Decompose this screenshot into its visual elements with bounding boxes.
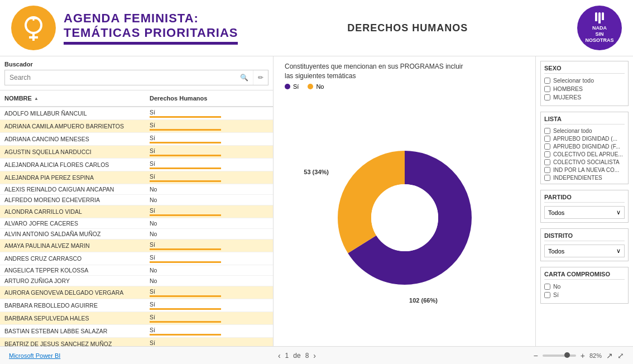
table-row[interactable]: BARBARA REBOLLEDO AGUIRRE Sí [0,299,273,312]
label-lista-4: COLECTIVO SOCIALISTA [553,159,620,165]
row-val: Sí [145,159,273,171]
table-header: NOMBRE ▲ Derechos Humanos [0,90,273,107]
filter-carta-si[interactable]: Sí [544,291,625,298]
main-title: DERECHOS HUMANOS [347,22,468,34]
search-input[interactable] [5,70,236,85]
checkbox-lista-3[interactable] [544,151,550,157]
table-body: ADOLFO MILLABUR ÑANCUIL Sí ADRIANA CAMIL… [0,107,273,346]
table-row[interactable]: ADRIANA CAMILA AMPUERO BARRIENTOS Sí [0,120,273,133]
filter-lista-4[interactable]: COLECTIVO SOCIALISTA [544,159,625,165]
label-sexo-all: Selecionar todo [553,77,594,84]
row-val: Sí [145,252,273,265]
filter-lista-2[interactable]: APRUEBO DIGNIDAD (F... [544,143,625,150]
wave-1 [595,12,597,21]
checkbox-carta-si[interactable] [544,292,550,298]
row-val: Sí [145,312,273,324]
zoom-out-button[interactable]: − [534,351,538,360]
distrito-dropdown[interactable]: Todos ∨ [544,245,625,257]
row-val: No [145,276,273,286]
row-name: AURORA GENOVEVA DELGADO VERGARA [0,288,145,298]
row-val: Sí [145,338,273,346]
powerbi-link[interactable]: Microsoft Power BI [9,352,60,359]
pagination: ‹ 1 de 8 › [278,351,316,360]
donut-label-si: 102 (66%) [409,297,438,304]
table-row[interactable]: ALVIN ANTONIO SALDAÑA MUÑOZ No [0,229,273,240]
table-row[interactable]: ANGELICA TEPPER KOLOSSA No [0,265,273,276]
table-row[interactable]: ALEJANDRA ALICIA FLORES CARLOS Sí [0,159,273,171]
filter-lista-all[interactable]: Selecionar todo [544,128,625,134]
subtitle-line2: las siguientes temáticas [285,72,356,80]
edit-icon[interactable]: ✏ [253,70,268,85]
table-row[interactable]: ALEXIS REINALDO CAIGUAN ANCAPAN No [0,184,273,195]
table-row[interactable]: ALONDRA CARRILLO VIDAL Sí [0,205,273,218]
checkbox-lista-1[interactable] [544,136,550,142]
checkbox-lista-6[interactable] [544,175,550,181]
filter-partido-title: PARTIDO [544,194,625,203]
checkbox-sexo-hombres[interactable] [544,86,550,92]
header-center: DERECHOS HUMANOS [347,22,468,34]
filter-lista-5[interactable]: IND POR LA NUEVA CO... [544,167,625,173]
table-row[interactable]: AGUSTIN SQUELLA NARDUCCI Sí [0,146,273,159]
export-icon[interactable]: ↗ [606,351,613,360]
filter-sexo-all[interactable]: Selecionar todo [544,77,625,84]
table-row[interactable]: ADOLFO MILLABUR ÑANCUIL Sí [0,107,273,120]
filter-lista: LISTA Selecionar todo APRUEBO DIGNIDAD (… [540,112,629,184]
checkbox-lista-all[interactable] [544,128,550,134]
checkbox-sexo-mujeres[interactable] [544,94,550,100]
sort-arrow-icon: ▲ [34,96,39,101]
label-sexo-mujeres: MUJERES [553,94,581,100]
checkbox-lista-5[interactable] [544,167,550,173]
next-page-button[interactable]: › [313,351,316,360]
search-icon[interactable]: 🔍 [236,70,253,85]
logo-circle [11,6,56,50]
table-row[interactable]: AURORA GENOVEVA DELGADO VERGARA Sí [0,286,273,299]
zoom-in-button[interactable]: + [581,351,585,360]
row-val: Sí [145,325,273,337]
zoom-bar[interactable] [543,355,576,357]
filter-lista-title: LISTA [544,116,625,124]
partido-selected: Todos [548,209,564,216]
title-line2: TEMÁTICAS PRIORITARIAS [64,26,238,40]
table-row[interactable]: ANDRES CRUZ CARRASCO Sí [0,252,273,265]
checkbox-sexo-all[interactable] [544,78,550,84]
table-row[interactable]: BARBARA SEPULVEDA HALES Sí [0,312,273,325]
label-lista-5: IND POR LA NUEVA CO... [553,167,619,173]
label-lista-3: COLECTIVO DEL APRUE... [553,151,623,157]
checkbox-lista-4[interactable] [544,159,550,165]
table-row[interactable]: ALVARO JOFRE CACERES No [0,218,273,229]
label-carta-no: No [553,283,560,290]
table-row[interactable]: ARTURO ZUÑIGA JORY No [0,276,273,286]
col-dh-header[interactable]: Derechos Humanos [145,93,273,104]
label-lista-all: Selecionar todo [553,128,592,134]
col-name-header[interactable]: NOMBRE ▲ [0,93,145,104]
table-row[interactable]: ADRIANA CANCINO MENESES Sí [0,133,273,146]
checkbox-lista-2[interactable] [544,143,550,150]
label-sexo-hombres: HOMBRES [553,85,583,92]
filter-lista-1[interactable]: APRUEBO DIGNIDAD (... [544,136,625,142]
partido-dropdown[interactable]: Todos ∨ [544,206,625,219]
checkbox-carta-no[interactable] [544,284,550,290]
col-name-label: NOMBRE [4,95,32,102]
filter-lista-6[interactable]: INDEPENDIENTES [544,175,625,181]
table-row[interactable]: AMAYA PAULINA ALVEZ MARIN Sí [0,240,273,252]
filter-carta: CARTA COMPROMISO No Sí [540,267,629,304]
row-val: Sí [145,205,273,218]
table-row[interactable]: BEATRIZ DE JESUS SANCHEZ MUÑOZ Sí [0,338,273,346]
filter-sexo-hombres[interactable]: HOMBRES [544,85,625,92]
donut-chart [327,140,483,296]
row-name: ALONDRA CARRILLO VIDAL [0,207,145,217]
legend-no: No [308,83,324,90]
row-val: Sí [145,133,273,145]
filter-sexo-mujeres[interactable]: MUJERES [544,94,625,100]
fullscreen-icon[interactable]: ⤢ [617,351,624,360]
table-row[interactable]: ALEJANDRA PIA PEREZ ESPINA Sí [0,171,273,184]
svg-point-7 [371,184,438,251]
filter-partido: PARTIDO Todos ∨ [540,190,629,223]
table-row[interactable]: BASTIAN ESTEBAN LABBE SALAZAR Sí [0,325,273,338]
prev-page-button[interactable]: ‹ [278,351,281,360]
filter-carta-no[interactable]: No [544,283,625,290]
table-row[interactable]: ALFREDO MORENO ECHEVERRIA No [0,195,273,205]
header-title: AGENDA FEMINISTA: TEMÁTICAS PRIORITARIAS [64,11,238,45]
filter-lista-3[interactable]: COLECTIVO DEL APRUE... [544,151,625,157]
logo-waves [595,12,604,23]
